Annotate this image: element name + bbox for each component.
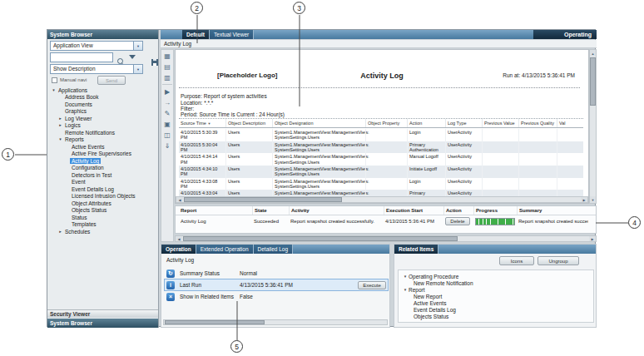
- column-header-previous-quality[interactable]: Previous Quality: [518, 119, 557, 127]
- search-input[interactable]: [50, 52, 113, 62]
- tree-item-configuration[interactable]: Configuration: [47, 165, 158, 172]
- report-view-icon[interactable]: ▦: [161, 51, 173, 61]
- filter-icon[interactable]: [129, 55, 136, 59]
- expanded-arrow-icon[interactable]: ▾: [402, 287, 409, 292]
- tab-textual-viewer[interactable]: Textual Viewer: [210, 30, 254, 39]
- tree-item-event[interactable]: Event: [47, 179, 158, 186]
- image-icon[interactable]: ▣: [161, 119, 173, 129]
- column-header-source-time[interactable]: Source Time ▼: [179, 119, 225, 127]
- hscroll-thumb[interactable]: [183, 236, 458, 241]
- page-layout-icon[interactable]: ▤: [161, 62, 173, 72]
- tree-item-event-details-log[interactable]: Event Details Log: [47, 185, 158, 193]
- report-table-row[interactable]: 4/10/2015 4:34:14 PM Users System1.Manag…: [179, 153, 583, 166]
- split-view-icon[interactable]: ▥: [161, 72, 173, 82]
- hscroll-thumb[interactable]: [165, 320, 265, 324]
- ungroup-button[interactable]: Ungroup: [537, 256, 579, 265]
- column-header-value[interactable]: Val: [557, 119, 583, 127]
- scroll-up-icon[interactable]: ▲: [590, 50, 596, 57]
- scroll-down-icon[interactable]: ▼: [590, 196, 596, 203]
- icons-button[interactable]: Icons: [499, 256, 534, 265]
- tab-operation[interactable]: Operation: [161, 245, 196, 254]
- tree-item-documents[interactable]: Documents: [47, 101, 158, 108]
- save-filter-icon[interactable]: [151, 59, 158, 66]
- report-table-row[interactable]: 4/10/2015 4:33:08 PM Users System1.Manag…: [179, 178, 583, 190]
- report-table-row[interactable]: 4/10/2015 5:30:39 PM Users System1.Manag…: [179, 129, 583, 141]
- tree-item-licensed-intrusion-objects[interactable]: Licensed Intrusion Objects: [47, 193, 158, 200]
- hscroll-thumb[interactable]: [184, 197, 342, 202]
- expanded-arrow-icon[interactable]: ▾: [51, 88, 57, 92]
- tree-item-active-fire-supervisories[interactable]: Active Fire Supervisories: [47, 151, 158, 158]
- column-header-summary[interactable]: Summary: [517, 206, 596, 215]
- tab-default[interactable]: Default: [182, 30, 210, 39]
- column-header-log-type[interactable]: Log Type: [445, 119, 482, 127]
- send-button[interactable]: Send: [97, 76, 126, 85]
- column-header-object-designation[interactable]: Object Designation: [272, 119, 365, 127]
- edit-report-icon[interactable]: ✎: [161, 108, 173, 118]
- column-header-execution-start[interactable]: Execution Start: [384, 206, 443, 215]
- related-group-report[interactable]: ▾Report: [399, 286, 593, 293]
- view-selector-dropdown[interactable]: Application View ▼: [50, 41, 143, 51]
- report-hscrollbar[interactable]: ◀ ▶: [176, 196, 588, 203]
- column-header-action[interactable]: Action: [407, 119, 445, 127]
- sort-descending-icon[interactable]: ▼: [207, 121, 211, 126]
- tree-item-active-events[interactable]: Active Events: [47, 143, 158, 151]
- scroll-right-icon[interactable]: ▶: [589, 236, 596, 241]
- tab-extended-operation[interactable]: Extended Operation: [196, 245, 254, 254]
- scroll-left-icon[interactable]: ◀: [176, 236, 182, 241]
- execute-button[interactable]: Execute: [358, 281, 386, 289]
- tree-item-templates[interactable]: Templates: [47, 221, 158, 229]
- related-item-objects-status[interactable]: Objects Status: [399, 313, 593, 319]
- tree-item-log-viewer[interactable]: ▸Log Viewer: [47, 115, 158, 122]
- column-header-report[interactable]: Report: [179, 206, 252, 215]
- export-icon[interactable]: ⇓: [161, 141, 173, 151]
- manual-nav-checkbox[interactable]: [52, 77, 57, 83]
- tree-item-logics[interactable]: ▸Logics: [47, 122, 158, 130]
- property-row-last-run[interactable]: i Last Run 4/13/2015 5:36:41 PM Execute: [165, 279, 388, 290]
- column-header-progress[interactable]: Progress: [473, 206, 517, 215]
- tree-item-address-book[interactable]: Address Book: [47, 94, 158, 101]
- tree-item-reports[interactable]: ▾Reports: [47, 136, 158, 144]
- system-browser-bar[interactable]: System Browser: [47, 319, 158, 328]
- tree-item-remote-notifications[interactable]: Remote Notifications: [47, 129, 158, 136]
- vscroll-thumb[interactable]: [590, 57, 596, 106]
- tree-item-applications[interactable]: ▾Applications: [47, 87, 158, 94]
- system-browser-header[interactable]: System Browser: [47, 30, 158, 39]
- tree-item-schedules[interactable]: ▸Schedules: [47, 228, 158, 235]
- tree-item-objects-status[interactable]: Objects Status: [47, 207, 158, 215]
- chevron-down-icon[interactable]: ▼: [133, 65, 142, 73]
- column-header-state[interactable]: State: [252, 206, 289, 215]
- run-report-icon[interactable]: ▶: [161, 87, 173, 96]
- related-item-active-events[interactable]: Active Events: [399, 299, 593, 306]
- security-viewer-bar[interactable]: Security Viewer: [47, 309, 158, 318]
- property-row-show-in-related[interactable]: × Show in Related Items False: [165, 291, 388, 302]
- scroll-right-icon[interactable]: ▶: [581, 197, 587, 202]
- delete-button[interactable]: Delete: [445, 217, 470, 225]
- tab-detailed-log[interactable]: Detailed Log: [254, 245, 294, 254]
- tree-item-graphics[interactable]: Graphics: [47, 108, 158, 116]
- column-header-action[interactable]: Action: [443, 206, 473, 215]
- execution-row[interactable]: Activity Log Succeeded Report snapshot c…: [176, 215, 596, 227]
- column-header-activity[interactable]: Activity: [289, 206, 384, 215]
- tree-item-status[interactable]: Status: [47, 214, 158, 221]
- related-item-new-remote-notification[interactable]: New Remote Notification: [399, 279, 593, 286]
- report-vscrollbar[interactable]: ▲ ▼: [589, 49, 597, 204]
- tab-related-items[interactable]: Related Items: [394, 245, 438, 254]
- collapsed-arrow-icon[interactable]: ▸: [57, 116, 63, 121]
- collapsed-arrow-icon[interactable]: ▸: [57, 230, 63, 234]
- tree-item-activity-log[interactable]: Activity Log: [47, 157, 158, 165]
- column-header-previous-value[interactable]: Previous Value: [482, 119, 518, 127]
- related-item-new-report[interactable]: New Report: [399, 293, 593, 299]
- tree-item-object-attributes[interactable]: Object Attributes: [47, 200, 158, 207]
- main-hscrollbar[interactable]: ◀ ▶: [175, 235, 597, 242]
- tree-item-detectors-in-test[interactable]: Detectors in Test: [47, 171, 158, 179]
- columns-icon[interactable]: ◫: [161, 130, 173, 140]
- property-row-summary-status[interactable]: ↻ Summary Status Normal: [165, 268, 388, 279]
- scroll-left-icon[interactable]: ◀: [176, 197, 183, 202]
- navigate-icon[interactable]: →: [161, 97, 173, 107]
- column-header-object-property[interactable]: Object Property: [365, 119, 407, 127]
- description-selector-dropdown[interactable]: Show Description ▼: [50, 64, 143, 74]
- operation-hscrollbar[interactable]: [163, 319, 388, 325]
- collapsed-arrow-icon[interactable]: ▸: [57, 123, 63, 127]
- column-header-object-description[interactable]: Object Description: [225, 119, 272, 127]
- report-table-row[interactable]: 4/10/2015 4:34:10 PM Users System1.Manag…: [179, 166, 583, 178]
